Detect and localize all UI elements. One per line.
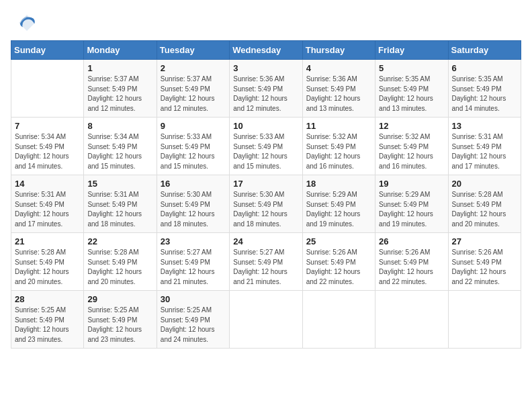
day-number: 2: [161, 63, 226, 73]
day-number: 13: [452, 121, 517, 131]
day-info: Sunrise: 5:28 AM Sunset: 5:49 PM Dayligh…: [87, 248, 152, 287]
day-header-saturday: Saturday: [448, 41, 521, 60]
day-info: Sunrise: 5:29 AM Sunset: 5:49 PM Dayligh…: [306, 190, 371, 229]
day-number: 26: [379, 236, 444, 246]
day-number: 27: [452, 236, 517, 246]
day-number: 18: [306, 179, 371, 189]
day-info: Sunrise: 5:31 AM Sunset: 5:49 PM Dayligh…: [87, 190, 152, 229]
calendar-cell: 22Sunrise: 5:28 AM Sunset: 5:49 PM Dayli…: [84, 233, 157, 291]
calendar-cell: 19Sunrise: 5:29 AM Sunset: 5:49 PM Dayli…: [375, 175, 448, 233]
day-info: Sunrise: 5:35 AM Sunset: 5:49 PM Dayligh…: [379, 75, 444, 113]
day-info: Sunrise: 5:31 AM Sunset: 5:49 PM Dayligh…: [452, 132, 517, 171]
day-number: 10: [233, 121, 298, 131]
day-number: 5: [379, 63, 444, 73]
calendar-cell: 6Sunrise: 5:35 AM Sunset: 5:49 PM Daylig…: [448, 60, 521, 118]
day-info: Sunrise: 5:30 AM Sunset: 5:49 PM Dayligh…: [233, 190, 298, 229]
day-header-tuesday: Tuesday: [157, 41, 229, 60]
day-info: Sunrise: 5:37 AM Sunset: 5:49 PM Dayligh…: [87, 75, 152, 113]
day-info: Sunrise: 5:28 AM Sunset: 5:49 PM Dayligh…: [15, 248, 80, 287]
calendar-cell: 27Sunrise: 5:26 AM Sunset: 5:49 PM Dayli…: [448, 233, 521, 291]
calendar-cell: 20Sunrise: 5:28 AM Sunset: 5:49 PM Dayli…: [448, 175, 521, 233]
day-header-sunday: Sunday: [11, 41, 84, 60]
day-number: 3: [233, 63, 298, 73]
page-header: [0, 0, 532, 40]
calendar-cell: 30Sunrise: 5:25 AM Sunset: 5:49 PM Dayli…: [157, 291, 229, 349]
calendar-cell: 29Sunrise: 5:25 AM Sunset: 5:49 PM Dayli…: [84, 291, 157, 349]
calendar-cell: 10Sunrise: 5:33 AM Sunset: 5:49 PM Dayli…: [230, 118, 302, 175]
day-info: Sunrise: 5:26 AM Sunset: 5:49 PM Dayligh…: [452, 248, 517, 287]
calendar-cell: 25Sunrise: 5:26 AM Sunset: 5:49 PM Dayli…: [302, 233, 375, 291]
calendar-cell: 11Sunrise: 5:32 AM Sunset: 5:49 PM Dayli…: [302, 118, 375, 175]
day-header-monday: Monday: [84, 41, 157, 60]
calendar-cell: 2Sunrise: 5:37 AM Sunset: 5:49 PM Daylig…: [157, 60, 229, 118]
calendar-cell: 21Sunrise: 5:28 AM Sunset: 5:49 PM Dayli…: [11, 233, 84, 291]
day-number: 28: [15, 294, 80, 304]
day-number: 24: [233, 236, 298, 246]
day-number: 23: [161, 236, 226, 246]
day-info: Sunrise: 5:33 AM Sunset: 5:49 PM Dayligh…: [233, 132, 298, 171]
calendar-week-3: 14Sunrise: 5:31 AM Sunset: 5:49 PM Dayli…: [11, 175, 521, 233]
day-number: 16: [161, 179, 226, 189]
day-number: 19: [379, 179, 444, 189]
logo-icon: [16, 12, 38, 34]
calendar-header-row: SundayMondayTuesdayWednesdayThursdayFrid…: [11, 41, 521, 60]
calendar-week-4: 21Sunrise: 5:28 AM Sunset: 5:49 PM Dayli…: [11, 233, 521, 291]
day-header-friday: Friday: [375, 41, 448, 60]
day-number: 8: [87, 121, 152, 131]
day-info: Sunrise: 5:36 AM Sunset: 5:49 PM Dayligh…: [233, 75, 298, 113]
day-number: 9: [161, 121, 226, 131]
calendar-cell: 3Sunrise: 5:36 AM Sunset: 5:49 PM Daylig…: [230, 60, 302, 118]
day-number: 12: [379, 121, 444, 131]
day-number: 4: [306, 63, 371, 73]
day-number: 14: [15, 179, 80, 189]
calendar-cell: 26Sunrise: 5:26 AM Sunset: 5:49 PM Dayli…: [375, 233, 448, 291]
day-number: 30: [161, 294, 226, 304]
day-info: Sunrise: 5:34 AM Sunset: 5:49 PM Dayligh…: [87, 132, 152, 171]
calendar-container: SundayMondayTuesdayWednesdayThursdayFrid…: [0, 40, 532, 359]
day-info: Sunrise: 5:26 AM Sunset: 5:49 PM Dayligh…: [379, 248, 444, 287]
day-info: Sunrise: 5:29 AM Sunset: 5:49 PM Dayligh…: [379, 190, 444, 229]
calendar-cell: 9Sunrise: 5:33 AM Sunset: 5:49 PM Daylig…: [157, 118, 229, 175]
calendar-cell: 5Sunrise: 5:35 AM Sunset: 5:49 PM Daylig…: [375, 60, 448, 118]
day-number: 7: [15, 121, 80, 131]
day-info: Sunrise: 5:31 AM Sunset: 5:49 PM Dayligh…: [15, 190, 80, 229]
calendar-cell: 7Sunrise: 5:34 AM Sunset: 5:49 PM Daylig…: [11, 118, 84, 175]
calendar-cell: 16Sunrise: 5:30 AM Sunset: 5:49 PM Dayli…: [157, 175, 229, 233]
calendar-body: 1Sunrise: 5:37 AM Sunset: 5:49 PM Daylig…: [11, 60, 521, 349]
day-info: Sunrise: 5:25 AM Sunset: 5:49 PM Dayligh…: [87, 306, 152, 345]
calendar-cell: 13Sunrise: 5:31 AM Sunset: 5:49 PM Dayli…: [448, 118, 521, 175]
logo: [16, 12, 40, 34]
calendar-cell: 12Sunrise: 5:32 AM Sunset: 5:49 PM Dayli…: [375, 118, 448, 175]
day-number: 22: [87, 236, 152, 246]
calendar-week-5: 28Sunrise: 5:25 AM Sunset: 5:49 PM Dayli…: [11, 291, 521, 349]
day-number: 25: [306, 236, 371, 246]
calendar-cell: 24Sunrise: 5:27 AM Sunset: 5:49 PM Dayli…: [230, 233, 302, 291]
day-info: Sunrise: 5:30 AM Sunset: 5:49 PM Dayligh…: [161, 190, 226, 229]
day-number: 1: [87, 63, 152, 73]
day-number: 29: [87, 294, 152, 304]
day-info: Sunrise: 5:27 AM Sunset: 5:49 PM Dayligh…: [233, 248, 298, 287]
calendar-week-1: 1Sunrise: 5:37 AM Sunset: 5:49 PM Daylig…: [11, 60, 521, 118]
day-info: Sunrise: 5:25 AM Sunset: 5:49 PM Dayligh…: [15, 306, 80, 345]
day-info: Sunrise: 5:32 AM Sunset: 5:49 PM Dayligh…: [306, 132, 371, 171]
day-number: 6: [452, 63, 517, 73]
calendar-cell: 17Sunrise: 5:30 AM Sunset: 5:49 PM Dayli…: [230, 175, 302, 233]
day-info: Sunrise: 5:26 AM Sunset: 5:49 PM Dayligh…: [306, 248, 371, 287]
day-info: Sunrise: 5:25 AM Sunset: 5:49 PM Dayligh…: [161, 306, 226, 345]
day-info: Sunrise: 5:33 AM Sunset: 5:49 PM Dayligh…: [161, 132, 226, 171]
calendar-cell: [230, 291, 302, 349]
day-info: Sunrise: 5:36 AM Sunset: 5:49 PM Dayligh…: [306, 75, 371, 113]
day-info: Sunrise: 5:34 AM Sunset: 5:49 PM Dayligh…: [15, 132, 80, 171]
calendar-cell: 1Sunrise: 5:37 AM Sunset: 5:49 PM Daylig…: [84, 60, 157, 118]
calendar-week-2: 7Sunrise: 5:34 AM Sunset: 5:49 PM Daylig…: [11, 118, 521, 175]
day-number: 20: [452, 179, 517, 189]
day-number: 15: [87, 179, 152, 189]
calendar-cell: 8Sunrise: 5:34 AM Sunset: 5:49 PM Daylig…: [84, 118, 157, 175]
calendar-cell: 4Sunrise: 5:36 AM Sunset: 5:49 PM Daylig…: [302, 60, 375, 118]
day-info: Sunrise: 5:27 AM Sunset: 5:49 PM Dayligh…: [161, 248, 226, 287]
day-header-wednesday: Wednesday: [230, 41, 302, 60]
calendar-cell: 15Sunrise: 5:31 AM Sunset: 5:49 PM Dayli…: [84, 175, 157, 233]
calendar-cell: [448, 291, 521, 349]
day-number: 17: [233, 179, 298, 189]
calendar-cell: [375, 291, 448, 349]
